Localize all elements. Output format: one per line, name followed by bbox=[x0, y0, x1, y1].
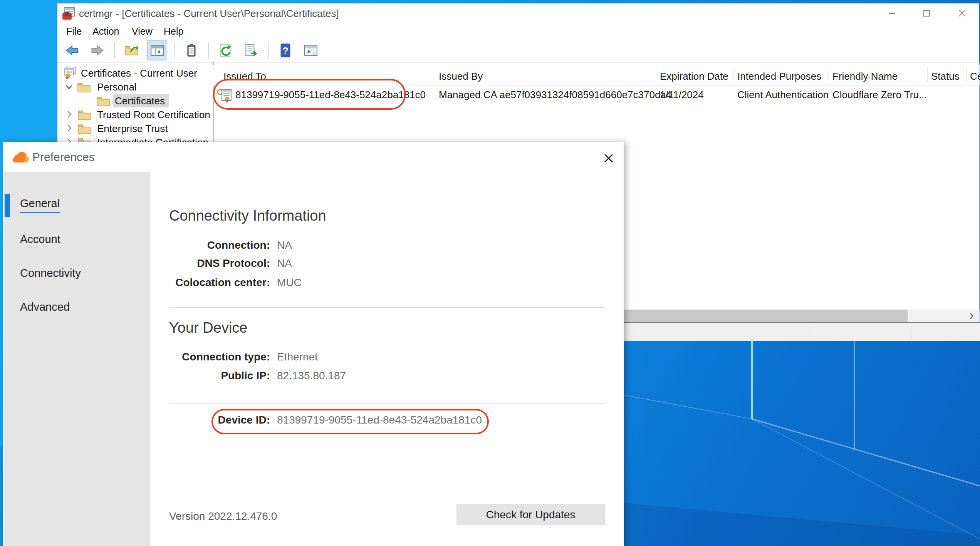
button-label: Check for Updates bbox=[486, 509, 576, 521]
menubar: File Action View Help bbox=[57, 23, 979, 39]
nav-label: Connectivity bbox=[20, 267, 81, 280]
column-header-friendly-name[interactable]: Friendly Name bbox=[832, 70, 898, 82]
column-header-status[interactable]: Status bbox=[931, 70, 960, 82]
folder-icon bbox=[78, 123, 92, 134]
dialog-close-button[interactable] bbox=[597, 147, 620, 170]
column-separator[interactable] bbox=[656, 67, 656, 82]
column-header-issued-by[interactable]: Issued By bbox=[439, 70, 483, 82]
cloudflare-logo-icon bbox=[12, 151, 29, 164]
folder-icon bbox=[77, 81, 91, 93]
statusbar-separator bbox=[809, 326, 809, 338]
info-row-connection-type: Connection type: Ethernet bbox=[169, 348, 605, 366]
column-header-intended-purposes[interactable]: Intended Purposes bbox=[737, 70, 821, 82]
nav-item-advanced[interactable]: Advanced bbox=[4, 290, 150, 324]
column-separator[interactable] bbox=[966, 67, 967, 82]
menu-file[interactable]: File bbox=[64, 23, 84, 39]
console-window-icon bbox=[150, 43, 164, 58]
selected-tree-item: Certificates bbox=[113, 94, 169, 107]
tree-item-label: Personal bbox=[97, 81, 137, 93]
toolbar-separator bbox=[268, 42, 268, 59]
column-separator[interactable] bbox=[927, 67, 928, 82]
show-window-button[interactable] bbox=[301, 40, 321, 60]
certificate-row[interactable]: 81399719-9055-11ed-8e43-524a2ba181c0 Man… bbox=[213, 87, 980, 105]
tree-item-label: Certificates bbox=[115, 95, 165, 107]
cell-expiration-date: 1/11/2024 bbox=[660, 89, 704, 101]
scroll-right-arrow[interactable] bbox=[963, 310, 980, 322]
tree-item-enterprise-trust[interactable]: Enterprise Trust bbox=[59, 122, 211, 136]
svg-text:?: ? bbox=[282, 45, 288, 56]
list-header-row: Issued To Issued By Expiration Date Inte… bbox=[213, 65, 980, 85]
chevron-right-icon[interactable] bbox=[65, 110, 73, 119]
tree-item-certificates[interactable]: Certificates bbox=[59, 94, 211, 108]
export-list-button[interactable] bbox=[241, 40, 261, 60]
row-label: Device ID: bbox=[169, 414, 270, 426]
refresh-button[interactable] bbox=[216, 40, 236, 60]
preferences-sidebar: General Account Connectivity Advanced bbox=[4, 172, 150, 546]
cell-friendly-name: Cloudflare Zero Tru... bbox=[832, 89, 927, 101]
forward-button[interactable] bbox=[87, 40, 107, 60]
column-separator[interactable] bbox=[829, 67, 829, 82]
folder-icon bbox=[78, 109, 92, 121]
row-label: Connection: bbox=[169, 239, 270, 251]
certmgr-app-icon bbox=[62, 7, 76, 20]
up-one-level-button[interactable] bbox=[122, 40, 142, 60]
paste-button[interactable] bbox=[181, 40, 201, 60]
row-value: Ethernet bbox=[277, 351, 318, 363]
certificates-root-icon bbox=[62, 66, 77, 79]
nav-item-general[interactable]: General bbox=[4, 188, 150, 222]
cell-issued-to: 81399719-9055-11ed-8e43-524a2ba181c0 bbox=[235, 89, 426, 101]
column-header-expiration-date[interactable]: Expiration Date bbox=[660, 70, 728, 82]
close-button[interactable] bbox=[950, 4, 974, 22]
folder-icon bbox=[96, 95, 110, 107]
chevron-down-icon[interactable] bbox=[65, 83, 73, 91]
maximize-button[interactable] bbox=[914, 4, 939, 22]
statusbar-separator bbox=[911, 326, 911, 338]
tree-item-trusted-root[interactable]: Trusted Root Certification Au bbox=[59, 108, 211, 122]
column-header-certificate[interactable]: Ce bbox=[970, 70, 980, 82]
info-row-colocation-center: Colocation center: MUC bbox=[169, 274, 605, 291]
nav-label: Advanced bbox=[20, 301, 70, 313]
info-row-device-id: Device ID: 81399719-9055-11ed-8e43-524a2… bbox=[169, 411, 605, 429]
row-label: Colocation center: bbox=[169, 276, 270, 289]
certmgr-titlebar[interactable]: certmgr - [Certificates - Current User\P… bbox=[57, 3, 979, 23]
menu-view[interactable]: View bbox=[129, 23, 155, 39]
column-separator[interactable] bbox=[435, 67, 435, 82]
cell-intended-purposes: Client Authentication bbox=[737, 89, 829, 101]
tree-item-personal[interactable]: Personal bbox=[59, 80, 211, 94]
cell-issued-by: Managed CA ae57f03931324f08591d660e7c370… bbox=[439, 89, 671, 101]
row-label: Public IP: bbox=[169, 370, 270, 382]
help-button[interactable]: ? bbox=[275, 40, 295, 60]
show-console-tree-button[interactable] bbox=[147, 40, 167, 60]
tree-item-label: Enterprise Trust bbox=[97, 123, 168, 135]
nav-label: Account bbox=[20, 233, 60, 246]
toolbar-separator bbox=[208, 42, 209, 59]
tree-item-certificates-current-user[interactable]: Certificates - Current User bbox=[59, 66, 211, 80]
back-button[interactable] bbox=[62, 40, 82, 60]
dialog-title: Preferences bbox=[32, 151, 95, 164]
window-play-icon bbox=[304, 43, 318, 58]
nav-item-connectivity[interactable]: Connectivity bbox=[4, 256, 150, 290]
close-icon bbox=[956, 7, 968, 19]
version-text: Version 2022.12.476.0 bbox=[169, 510, 277, 523]
menu-action[interactable]: Action bbox=[90, 23, 121, 39]
menu-help[interactable]: Help bbox=[161, 23, 186, 39]
check-for-updates-button[interactable]: Check for Updates bbox=[456, 504, 605, 525]
export-list-icon bbox=[244, 43, 258, 58]
chevron-right-icon[interactable] bbox=[65, 124, 73, 133]
info-row-connection: Connection: NA bbox=[169, 236, 605, 254]
clipboard-icon bbox=[184, 43, 199, 58]
row-label: Connection type: bbox=[169, 351, 270, 363]
column-separator[interactable] bbox=[733, 67, 733, 82]
toolbar-separator bbox=[174, 42, 175, 59]
tree-item-label: Certificates - Current User bbox=[81, 67, 197, 79]
row-value: NA bbox=[277, 257, 292, 270]
column-header-issued-to[interactable]: Issued To bbox=[223, 70, 266, 82]
section-divider bbox=[169, 403, 605, 404]
help-icon: ? bbox=[278, 43, 293, 58]
minimize-button[interactable] bbox=[880, 4, 904, 22]
row-value: 82.135.80.187 bbox=[277, 370, 346, 382]
nav-item-account[interactable]: Account bbox=[4, 222, 150, 256]
close-x-icon bbox=[601, 151, 616, 166]
preferences-dialog: Preferences General Account Connectivity… bbox=[3, 142, 624, 546]
section-title-connectivity-information: Connectivity Information bbox=[169, 208, 326, 224]
